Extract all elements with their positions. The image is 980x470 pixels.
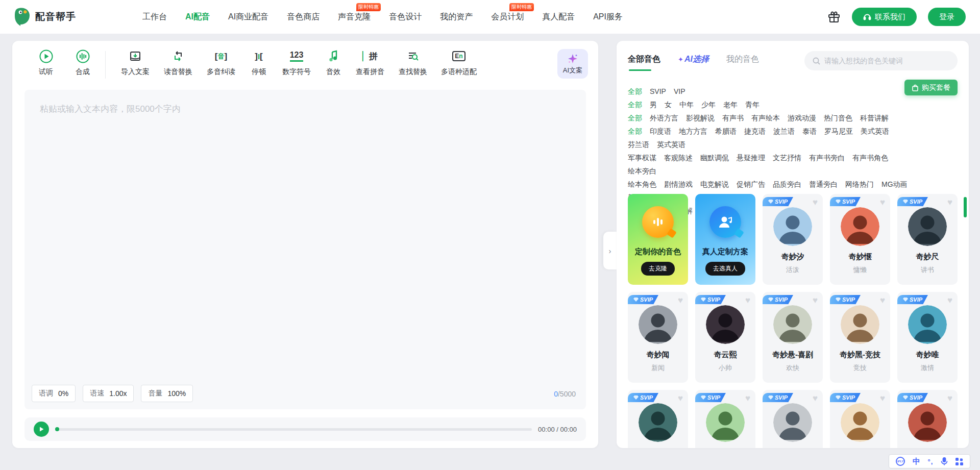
ai-copywriting-button[interactable]: AI文案 (557, 49, 588, 79)
voice-search-input[interactable] (824, 57, 942, 65)
filter-chip[interactable]: 波兰语 (773, 125, 795, 138)
filter-chip[interactable]: 热门音色 (824, 111, 852, 125)
filter-chip[interactable]: 美式英语 (861, 125, 889, 138)
filter-chip[interactable]: SVIP (650, 85, 666, 98)
filter-chip[interactable]: 全部 (628, 98, 642, 111)
nav-item[interactable]: 会员计划限时特惠 (491, 12, 524, 22)
filter-chip[interactable]: 男 (650, 98, 657, 111)
pitch-control[interactable]: 语调 0% (32, 385, 76, 402)
filter-chip[interactable]: 有声书角色 (852, 151, 888, 164)
filter-chip[interactable]: 游戏动漫 (788, 111, 816, 125)
voice-search-box[interactable] (804, 51, 958, 70)
favorite-heart-icon[interactable]: ♥ (947, 296, 952, 305)
filter-chip[interactable]: 品质旁白 (773, 178, 801, 191)
filter-chip[interactable]: 英式英语 (657, 138, 685, 151)
favorite-heart-icon[interactable]: ♥ (813, 198, 818, 207)
filter-chip[interactable]: 女 (665, 98, 672, 111)
filter-chip[interactable]: 全部 (628, 125, 642, 138)
go-clone-button[interactable]: 去克隆 (641, 262, 675, 276)
favorite-heart-icon[interactable]: ♥ (813, 394, 818, 403)
volume-control[interactable]: 音量 100% (141, 385, 193, 402)
filter-chip[interactable]: 有声书 (722, 111, 744, 125)
tool-multilingual[interactable]: En 多语种适配 (434, 49, 483, 77)
filter-chip[interactable]: 外语方言 (650, 111, 678, 125)
filter-chip[interactable]: 电竞解说 (700, 178, 729, 191)
favorite-heart-icon[interactable]: ♥ (947, 394, 952, 403)
nav-item[interactable]: 工作台 (142, 12, 167, 22)
gift-icon[interactable] (827, 10, 841, 23)
favorite-heart-icon[interactable]: ♥ (813, 296, 818, 305)
brand-logo[interactable]: 配音帮手 (14, 7, 76, 27)
tool-pause[interactable]: ]Ι[ 停顿 (242, 49, 275, 77)
filter-chip[interactable]: MG动画 (881, 178, 908, 191)
filter-chip[interactable]: 全部 (628, 85, 642, 98)
voice-grid-scrollbar[interactable] (964, 197, 967, 217)
filter-chip[interactable]: 绘本角色 (628, 178, 656, 191)
filter-chip[interactable]: 影视解说 (686, 111, 715, 125)
speed-control[interactable]: 语速 1.00x (83, 385, 134, 402)
tool-view-pinyin[interactable]: ▏拼 查看拼音 (349, 49, 391, 77)
nav-item[interactable]: 音色设计 (389, 12, 422, 22)
filter-chip[interactable]: 客观陈述 (664, 151, 693, 164)
voice-card[interactable]: SVIP ♥ 奇妙悬-喜剧 欢快 (763, 292, 823, 383)
filter-chip[interactable]: 普通旁白 (809, 178, 838, 191)
punctuation-icon[interactable]: °, (928, 458, 934, 465)
ifly-logo-icon[interactable]: iFLY (896, 457, 905, 466)
tool-import-text[interactable]: 导入文案 (114, 49, 157, 77)
nav-item[interactable]: 真人配音 (542, 12, 575, 22)
favorite-heart-icon[interactable]: ♥ (880, 198, 885, 207)
player-play-button[interactable] (34, 422, 49, 437)
filter-chip[interactable]: 绘本旁白 (628, 164, 656, 178)
preview-button[interactable]: 试听 (28, 49, 64, 77)
filter-chip[interactable]: 老年 (723, 98, 738, 111)
nav-item[interactable]: AI配音 (185, 12, 210, 22)
favorite-heart-icon[interactable]: ♥ (745, 394, 750, 403)
filter-chip[interactable]: 芬兰语 (628, 138, 649, 151)
collapse-panel-handle[interactable]: › (603, 232, 617, 269)
chinese-mode-icon[interactable]: 中 (913, 457, 920, 466)
filter-chip[interactable]: 悬疑推理 (737, 151, 765, 164)
nav-item[interactable]: 我的资产 (440, 12, 473, 22)
voice-card[interactable]: SVIP ♥ 奇妙唯 激情 (897, 292, 958, 383)
filter-chip[interactable]: 文艺抒情 (773, 151, 801, 164)
filter-chip[interactable]: 地方方言 (679, 125, 707, 138)
filter-chip[interactable]: 网络热门 (845, 178, 874, 191)
microphone-icon[interactable] (941, 457, 948, 465)
tab-all-voices[interactable]: 全部音色 (628, 54, 660, 71)
login-button[interactable]: 登录 (928, 8, 966, 26)
voice-card[interactable]: SVIP ♥ 奇妙薇 温柔 (830, 390, 890, 448)
voice-card[interactable]: SVIP ♥ 奇云熙 小帅 (695, 292, 755, 383)
voice-card[interactable]: SVIP ♥ 奇妙辉 正式 (628, 390, 688, 448)
filter-chip[interactable]: 青年 (745, 98, 760, 111)
filter-chip[interactable]: 印度语 (650, 125, 671, 138)
filter-chip[interactable]: 全部 (628, 111, 642, 125)
tool-sound-effect[interactable]: 音效 (318, 49, 349, 77)
tab-my-voices[interactable]: 我的音色 (726, 54, 759, 71)
tool-find-replace[interactable]: 查找替换 (391, 49, 434, 77)
voice-card[interactable]: SVIP ♥ 奇妙闻 新闻 (628, 292, 688, 383)
tool-pronunciation-replace[interactable]: 读音替换 (157, 49, 200, 77)
contact-us-button[interactable]: 联系我们 (852, 8, 917, 26)
filter-chip[interactable]: 促销广告 (737, 178, 765, 191)
voice-card[interactable]: SVIP ♥ 奇妙栩 走心 (897, 390, 958, 448)
voice-card[interactable]: SVIP ♥ 奇妙黑-竞技 竞技 (830, 292, 890, 383)
filter-chip[interactable]: 幽默调侃 (700, 151, 729, 164)
filter-chip[interactable]: 有声书旁白 (809, 151, 845, 164)
favorite-heart-icon[interactable]: ♥ (678, 296, 683, 305)
nav-item[interactable]: AI商业配音 (228, 12, 268, 22)
favorite-heart-icon[interactable]: ♥ (880, 296, 885, 305)
filter-chip[interactable]: 罗马尼亚 (824, 125, 853, 138)
voice-card[interactable]: SVIP ♥ 奇宝乐 活泼 (763, 390, 823, 448)
voice-card[interactable]: SVIP ♥ 奇妙汐 活泼 (763, 194, 823, 285)
ime-toolbar[interactable]: iFLY 中 °, (889, 454, 970, 468)
favorite-heart-icon[interactable]: ♥ (745, 296, 750, 305)
custom-voice-promo-card[interactable]: 定制你的音色 去克隆 (628, 194, 688, 285)
nav-item[interactable]: API服务 (593, 12, 623, 22)
filter-chip[interactable]: 剧情游戏 (664, 178, 693, 191)
choose-real-human-button[interactable]: 去选真人 (705, 262, 745, 276)
text-input-area[interactable]: 粘贴或输入文本内容，限5000个字内 语调 0% 语速 1.00x 音量 100… (24, 90, 586, 409)
filter-chip[interactable]: 希腊语 (715, 125, 737, 138)
seek-thumb[interactable] (55, 427, 59, 431)
real-human-promo-card[interactable]: 真人定制方案 去选真人 (695, 194, 755, 285)
favorite-heart-icon[interactable]: ♥ (947, 198, 952, 207)
